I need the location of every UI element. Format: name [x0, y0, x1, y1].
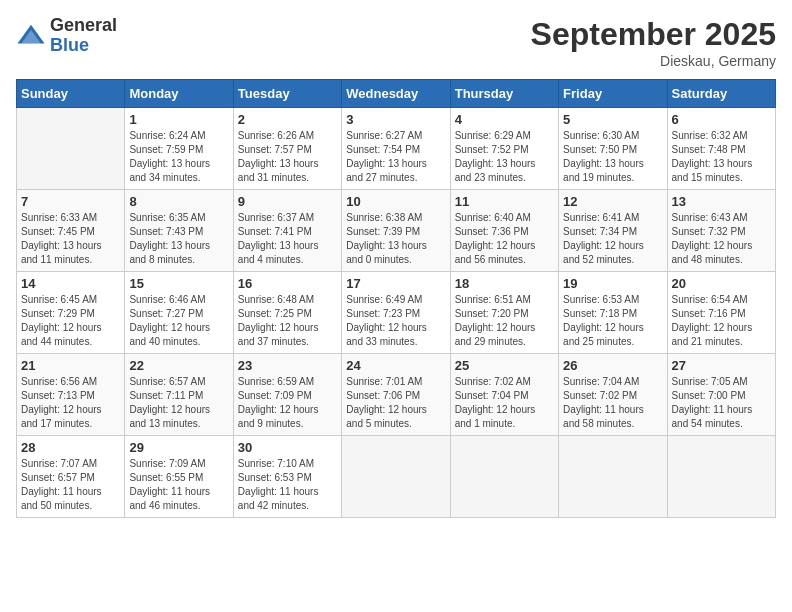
day-number: 13: [672, 194, 771, 209]
day-number: 24: [346, 358, 445, 373]
day-info: Sunrise: 6:43 AMSunset: 7:32 PMDaylight:…: [672, 211, 771, 267]
day-info: Sunrise: 6:57 AMSunset: 7:11 PMDaylight:…: [129, 375, 228, 431]
day-number: 14: [21, 276, 120, 291]
calendar-header-saturday: Saturday: [667, 80, 775, 108]
calendar-cell: 13Sunrise: 6:43 AMSunset: 7:32 PMDayligh…: [667, 190, 775, 272]
day-number: 30: [238, 440, 337, 455]
calendar-cell: 14Sunrise: 6:45 AMSunset: 7:29 PMDayligh…: [17, 272, 125, 354]
calendar-header-thursday: Thursday: [450, 80, 558, 108]
calendar-week-row: 7Sunrise: 6:33 AMSunset: 7:45 PMDaylight…: [17, 190, 776, 272]
calendar-cell: 11Sunrise: 6:40 AMSunset: 7:36 PMDayligh…: [450, 190, 558, 272]
day-info: Sunrise: 6:45 AMSunset: 7:29 PMDaylight:…: [21, 293, 120, 349]
day-number: 4: [455, 112, 554, 127]
calendar-cell: [450, 436, 558, 518]
calendar-cell: 17Sunrise: 6:49 AMSunset: 7:23 PMDayligh…: [342, 272, 450, 354]
day-number: 12: [563, 194, 662, 209]
logo-general: General: [50, 16, 117, 36]
day-info: Sunrise: 7:02 AMSunset: 7:04 PMDaylight:…: [455, 375, 554, 431]
day-number: 18: [455, 276, 554, 291]
calendar-cell: 6Sunrise: 6:32 AMSunset: 7:48 PMDaylight…: [667, 108, 775, 190]
day-info: Sunrise: 7:01 AMSunset: 7:06 PMDaylight:…: [346, 375, 445, 431]
day-info: Sunrise: 6:49 AMSunset: 7:23 PMDaylight:…: [346, 293, 445, 349]
day-number: 11: [455, 194, 554, 209]
day-number: 10: [346, 194, 445, 209]
day-number: 28: [21, 440, 120, 455]
day-info: Sunrise: 6:40 AMSunset: 7:36 PMDaylight:…: [455, 211, 554, 267]
day-info: Sunrise: 6:26 AMSunset: 7:57 PMDaylight:…: [238, 129, 337, 185]
calendar-header-friday: Friday: [559, 80, 667, 108]
day-number: 25: [455, 358, 554, 373]
calendar-header-monday: Monday: [125, 80, 233, 108]
day-number: 6: [672, 112, 771, 127]
day-number: 21: [21, 358, 120, 373]
calendar-cell: 19Sunrise: 6:53 AMSunset: 7:18 PMDayligh…: [559, 272, 667, 354]
day-number: 23: [238, 358, 337, 373]
day-info: Sunrise: 7:05 AMSunset: 7:00 PMDaylight:…: [672, 375, 771, 431]
calendar-cell: 18Sunrise: 6:51 AMSunset: 7:20 PMDayligh…: [450, 272, 558, 354]
calendar-week-row: 21Sunrise: 6:56 AMSunset: 7:13 PMDayligh…: [17, 354, 776, 436]
calendar-cell: 25Sunrise: 7:02 AMSunset: 7:04 PMDayligh…: [450, 354, 558, 436]
logo-blue: Blue: [50, 36, 117, 56]
day-info: Sunrise: 6:51 AMSunset: 7:20 PMDaylight:…: [455, 293, 554, 349]
day-number: 5: [563, 112, 662, 127]
calendar-cell: [559, 436, 667, 518]
calendar-cell: [342, 436, 450, 518]
day-info: Sunrise: 6:30 AMSunset: 7:50 PMDaylight:…: [563, 129, 662, 185]
calendar-cell: 7Sunrise: 6:33 AMSunset: 7:45 PMDaylight…: [17, 190, 125, 272]
logo: General Blue: [16, 16, 117, 56]
calendar-cell: 16Sunrise: 6:48 AMSunset: 7:25 PMDayligh…: [233, 272, 341, 354]
day-info: Sunrise: 6:59 AMSunset: 7:09 PMDaylight:…: [238, 375, 337, 431]
day-info: Sunrise: 6:38 AMSunset: 7:39 PMDaylight:…: [346, 211, 445, 267]
title-section: September 2025 Dieskau, Germany: [531, 16, 776, 69]
day-number: 19: [563, 276, 662, 291]
page-header: General Blue September 2025 Dieskau, Ger…: [16, 16, 776, 69]
calendar-cell: [667, 436, 775, 518]
day-info: Sunrise: 6:24 AMSunset: 7:59 PMDaylight:…: [129, 129, 228, 185]
day-info: Sunrise: 6:27 AMSunset: 7:54 PMDaylight:…: [346, 129, 445, 185]
logo-icon: [16, 21, 46, 51]
calendar-cell: 8Sunrise: 6:35 AMSunset: 7:43 PMDaylight…: [125, 190, 233, 272]
day-info: Sunrise: 6:54 AMSunset: 7:16 PMDaylight:…: [672, 293, 771, 349]
day-number: 17: [346, 276, 445, 291]
day-number: 9: [238, 194, 337, 209]
calendar-cell: 5Sunrise: 6:30 AMSunset: 7:50 PMDaylight…: [559, 108, 667, 190]
day-number: 27: [672, 358, 771, 373]
day-number: 29: [129, 440, 228, 455]
calendar-week-row: 28Sunrise: 7:07 AMSunset: 6:57 PMDayligh…: [17, 436, 776, 518]
calendar-cell: 10Sunrise: 6:38 AMSunset: 7:39 PMDayligh…: [342, 190, 450, 272]
calendar-header-tuesday: Tuesday: [233, 80, 341, 108]
day-number: 3: [346, 112, 445, 127]
calendar-week-row: 1Sunrise: 6:24 AMSunset: 7:59 PMDaylight…: [17, 108, 776, 190]
day-number: 16: [238, 276, 337, 291]
calendar-cell: 21Sunrise: 6:56 AMSunset: 7:13 PMDayligh…: [17, 354, 125, 436]
calendar-cell: 3Sunrise: 6:27 AMSunset: 7:54 PMDaylight…: [342, 108, 450, 190]
calendar-cell: 26Sunrise: 7:04 AMSunset: 7:02 PMDayligh…: [559, 354, 667, 436]
day-info: Sunrise: 6:32 AMSunset: 7:48 PMDaylight:…: [672, 129, 771, 185]
day-number: 8: [129, 194, 228, 209]
day-info: Sunrise: 7:09 AMSunset: 6:55 PMDaylight:…: [129, 457, 228, 513]
calendar-table: SundayMondayTuesdayWednesdayThursdayFrid…: [16, 79, 776, 518]
day-info: Sunrise: 6:41 AMSunset: 7:34 PMDaylight:…: [563, 211, 662, 267]
calendar-cell: 9Sunrise: 6:37 AMSunset: 7:41 PMDaylight…: [233, 190, 341, 272]
calendar-header-row: SundayMondayTuesdayWednesdayThursdayFrid…: [17, 80, 776, 108]
day-info: Sunrise: 6:33 AMSunset: 7:45 PMDaylight:…: [21, 211, 120, 267]
calendar-cell: 28Sunrise: 7:07 AMSunset: 6:57 PMDayligh…: [17, 436, 125, 518]
calendar-cell: 4Sunrise: 6:29 AMSunset: 7:52 PMDaylight…: [450, 108, 558, 190]
day-number: 2: [238, 112, 337, 127]
calendar-cell: 12Sunrise: 6:41 AMSunset: 7:34 PMDayligh…: [559, 190, 667, 272]
day-info: Sunrise: 6:29 AMSunset: 7:52 PMDaylight:…: [455, 129, 554, 185]
calendar-cell: 2Sunrise: 6:26 AMSunset: 7:57 PMDaylight…: [233, 108, 341, 190]
calendar-cell: 30Sunrise: 7:10 AMSunset: 6:53 PMDayligh…: [233, 436, 341, 518]
day-number: 7: [21, 194, 120, 209]
day-number: 1: [129, 112, 228, 127]
day-info: Sunrise: 7:04 AMSunset: 7:02 PMDaylight:…: [563, 375, 662, 431]
calendar-cell: 23Sunrise: 6:59 AMSunset: 7:09 PMDayligh…: [233, 354, 341, 436]
calendar-cell: 1Sunrise: 6:24 AMSunset: 7:59 PMDaylight…: [125, 108, 233, 190]
month-title: September 2025: [531, 16, 776, 53]
calendar-header-wednesday: Wednesday: [342, 80, 450, 108]
calendar-cell: 27Sunrise: 7:05 AMSunset: 7:00 PMDayligh…: [667, 354, 775, 436]
location: Dieskau, Germany: [531, 53, 776, 69]
calendar-cell: 15Sunrise: 6:46 AMSunset: 7:27 PMDayligh…: [125, 272, 233, 354]
day-info: Sunrise: 6:46 AMSunset: 7:27 PMDaylight:…: [129, 293, 228, 349]
calendar-cell: 29Sunrise: 7:09 AMSunset: 6:55 PMDayligh…: [125, 436, 233, 518]
